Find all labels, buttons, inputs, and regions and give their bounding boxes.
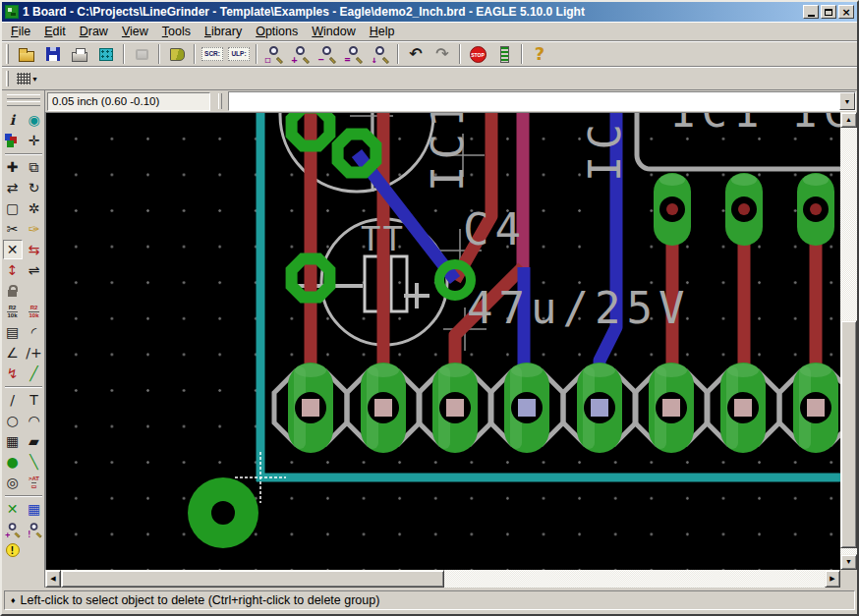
- command-grip: [218, 93, 222, 109]
- scroll-up-button[interactable]: ▲: [840, 112, 857, 128]
- menu-item-options[interactable]: Options: [249, 23, 305, 40]
- top-clipped-label-2: 1C1: [791, 113, 840, 137]
- tool-split[interactable]: ↕: [3, 260, 23, 280]
- palette-row: ✛: [3, 131, 44, 150]
- run-ulp-icon: ULP:: [228, 47, 249, 61]
- tool-palette: i◉✛✚⧉⇄↻▢✲✂✑✕⇆↕⇌R210kR210k▤◜∠/+↯╱/T○◠▦▰●╲…: [2, 90, 45, 588]
- palette-grip2[interactable]: [7, 101, 40, 106]
- pad: [274, 363, 347, 453]
- open-button[interactable]: [14, 42, 39, 66]
- grid-toolbar-grip[interactable]: [6, 71, 9, 86]
- redo-button[interactable]: ↷: [430, 42, 455, 66]
- tool-circle[interactable]: ○: [3, 411, 23, 430]
- horizontal-scrollbar[interactable]: ◀ ▶: [45, 570, 840, 588]
- traffic-light-icon: [500, 46, 509, 63]
- run-ulp-button[interactable]: ULP:: [226, 42, 252, 66]
- eagle-app-icon: [5, 5, 19, 19]
- scroll-down-button[interactable]: ▼: [840, 554, 857, 570]
- tool-value[interactable]: R210k: [25, 302, 44, 321]
- tool-optimize[interactable]: /+: [25, 343, 44, 363]
- menu-item-window[interactable]: Window: [305, 23, 362, 40]
- maximize-button[interactable]: [821, 5, 836, 19]
- tool-group[interactable]: ▢: [3, 198, 23, 218]
- tool-show[interactable]: ◉: [25, 110, 44, 130]
- tool-route[interactable]: ╱: [25, 364, 44, 383]
- tool-warning[interactable]: !: [3, 540, 23, 560]
- tool-rect[interactable]: ▦: [3, 431, 23, 451]
- tool-ripup[interactable]: ↯: [3, 364, 23, 383]
- menu-item-library[interactable]: Library: [198, 23, 249, 40]
- menu-item-view[interactable]: View: [115, 23, 155, 40]
- tool-arc[interactable]: ◠: [25, 411, 44, 430]
- save-button[interactable]: [40, 42, 66, 66]
- tool-miter[interactable]: ◜: [25, 322, 44, 342]
- toolbar-separator: [123, 44, 125, 64]
- tool-change[interactable]: ✲: [25, 198, 44, 218]
- tool-attribute[interactable]: >AT▭: [25, 473, 44, 492]
- tool-auto[interactable]: ▦: [25, 499, 44, 519]
- use-library-button[interactable]: [164, 42, 190, 66]
- palette-grip[interactable]: [7, 94, 40, 99]
- tool-lock[interactable]: [3, 281, 23, 301]
- command-dropdown-button[interactable]: ▼: [839, 92, 855, 110]
- tool-display[interactable]: [3, 131, 23, 150]
- pad: [779, 363, 840, 453]
- tool-hole[interactable]: ◎: [3, 473, 23, 492]
- print-button[interactable]: [67, 42, 92, 66]
- scroll-left-button[interactable]: ◀: [45, 570, 61, 588]
- tool-errors[interactable]: !: [25, 520, 44, 539]
- zoom-out-button[interactable]: −: [315, 42, 340, 66]
- zoom-select-button[interactable]: =: [341, 42, 367, 66]
- menu-item-file[interactable]: File: [4, 23, 37, 40]
- tool-cut[interactable]: ✂: [3, 219, 23, 239]
- menu-item-edit[interactable]: Edit: [37, 23, 73, 40]
- stop-button[interactable]: STOP: [465, 42, 490, 66]
- undo-button[interactable]: ↶: [403, 42, 429, 66]
- zoom-fit-icon: ◻: [265, 45, 284, 64]
- tool-pinswap[interactable]: ⇆: [25, 240, 44, 259]
- tool-split-wire[interactable]: ∠: [3, 343, 23, 363]
- run-processor-button[interactable]: [491, 42, 517, 66]
- scroll-right-button[interactable]: ▶: [825, 570, 840, 588]
- zoom-redraw-button[interactable]: ↓: [368, 42, 393, 66]
- tool-info[interactable]: i: [3, 110, 23, 130]
- help-button[interactable]: ?: [527, 42, 552, 66]
- close-button[interactable]: ×: [838, 5, 854, 19]
- minimize-button[interactable]: [803, 5, 819, 19]
- tool-rotate[interactable]: ↻: [25, 178, 44, 197]
- tool-ratsnest[interactable]: ✕: [3, 499, 23, 519]
- export-image-button[interactable]: [93, 42, 119, 66]
- palette-row: ∠/+: [3, 343, 44, 363]
- value-icon: R210k: [29, 305, 38, 318]
- command-input[interactable]: [229, 92, 839, 110]
- toolbar-grip[interactable]: [6, 44, 9, 64]
- miter-icon: ◜: [31, 325, 36, 339]
- tool-replace[interactable]: ⇌: [25, 260, 44, 280]
- grid-button[interactable]: ▼: [13, 69, 42, 88]
- tool-mirror[interactable]: ⇄: [3, 178, 23, 197]
- tool-move[interactable]: ✚: [3, 157, 23, 177]
- board-canvas[interactable]: TT C4 47u/25V IC1 IC1 1C1 1C1: [45, 112, 840, 570]
- tool-smash[interactable]: ▤: [3, 322, 23, 342]
- run-script-button[interactable]: SCR:: [200, 42, 225, 66]
- tool-signal[interactable]: ╲: [25, 452, 44, 472]
- horizontal-scroll-thumb[interactable]: [61, 570, 444, 588]
- tool-name[interactable]: R210k: [3, 302, 23, 321]
- vertical-scroll-thumb[interactable]: [840, 320, 857, 548]
- switch-board-schematic-button[interactable]: [129, 42, 154, 66]
- zoom-in-button[interactable]: +: [288, 42, 314, 66]
- menu-item-tools[interactable]: Tools: [155, 23, 198, 40]
- tool-mark[interactable]: ✛: [25, 131, 44, 150]
- zoom-fit-button[interactable]: ◻: [261, 42, 287, 66]
- menu-item-help[interactable]: Help: [363, 23, 402, 40]
- tool-drc[interactable]: +: [3, 520, 23, 539]
- vertical-scrollbar[interactable]: ▲ ▼: [840, 112, 857, 570]
- tool-via[interactable]: ●: [3, 452, 23, 472]
- tool-copy[interactable]: ⧉: [25, 157, 44, 177]
- tool-paste[interactable]: ✑: [25, 219, 44, 239]
- tool-text[interactable]: T: [25, 390, 44, 410]
- tool-polygon[interactable]: ▰: [25, 431, 44, 451]
- tool-wire[interactable]: /: [3, 390, 23, 410]
- menu-item-draw[interactable]: Draw: [73, 23, 115, 40]
- tool-delete[interactable]: ✕: [3, 240, 23, 259]
